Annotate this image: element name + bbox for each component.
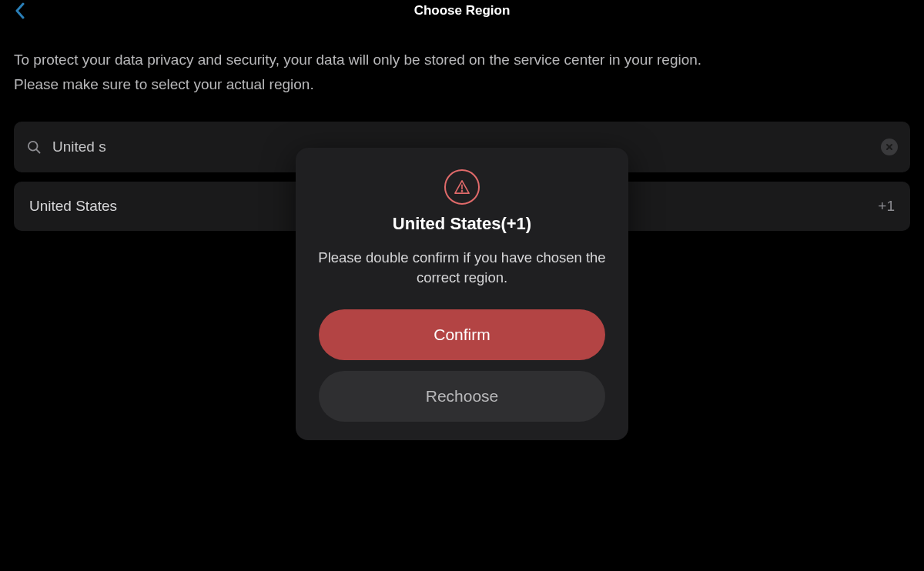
svg-point-5	[461, 191, 462, 192]
page-title: Choose Region	[414, 3, 511, 18]
modal-message: Please double confirm if you have chosen…	[314, 248, 610, 288]
chevron-left-icon	[15, 2, 25, 19]
region-code: +1	[878, 198, 895, 215]
warning-icon	[444, 169, 480, 205]
description-line2: Please make sure to select your actual r…	[14, 72, 910, 97]
description-line1: To protect your data privacy and securit…	[14, 48, 910, 72]
svg-line-1	[36, 149, 39, 152]
region-name: United States	[29, 198, 117, 215]
rechoose-button[interactable]: Rechoose	[319, 371, 605, 422]
confirm-button[interactable]: Confirm	[319, 309, 605, 360]
header: Choose Region	[0, 0, 924, 22]
description: To protect your data privacy and securit…	[0, 48, 924, 97]
confirm-region-modal: United States(+1) Please double confirm …	[296, 148, 628, 440]
back-button[interactable]	[11, 2, 29, 20]
search-icon	[26, 139, 42, 155]
close-icon	[886, 143, 893, 151]
clear-search-button[interactable]	[881, 139, 898, 155]
modal-title: United States(+1)	[393, 214, 531, 234]
